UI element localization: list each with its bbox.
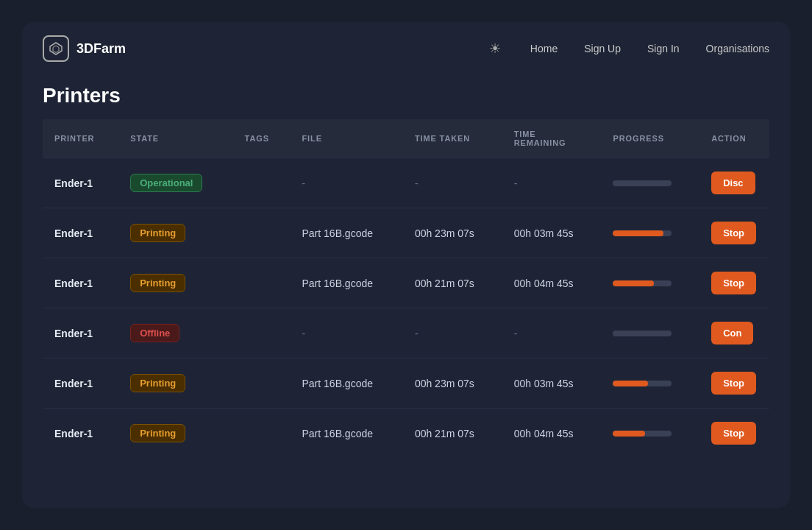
progress-bar bbox=[613, 331, 672, 336]
cell-progress bbox=[601, 409, 699, 459]
cell-file: Part 16B.gcode bbox=[291, 358, 403, 409]
table-row: Ender-1 Offline - - - Con bbox=[43, 308, 769, 358]
progress-fill bbox=[613, 230, 663, 236]
cell-tags bbox=[233, 358, 291, 409]
table-row: Ender-1 Printing Part 16B.gcode 00h 21m … bbox=[43, 258, 769, 308]
cell-action: Disc bbox=[699, 158, 769, 208]
cell-time-taken: 00h 23m 07s bbox=[403, 208, 502, 258]
cell-file: Part 16B.gcode bbox=[291, 258, 403, 308]
cell-tags bbox=[233, 158, 291, 208]
printers-table: PRINTER STATE TAGS FILE TIME TAKEN TIMER… bbox=[43, 119, 769, 458]
cell-printer: Ender-1 bbox=[43, 158, 118, 208]
action-button[interactable]: Disc bbox=[711, 172, 755, 194]
cell-time-remaining: 00h 03m 45s bbox=[502, 208, 602, 258]
col-action: ACTION bbox=[699, 119, 769, 158]
col-progress: PROGRESS bbox=[601, 119, 699, 158]
cell-time-remaining: 00h 04m 45s bbox=[502, 258, 602, 308]
cell-file: - bbox=[291, 308, 403, 358]
progress-bar bbox=[613, 381, 672, 386]
cell-state: Printing bbox=[118, 208, 232, 258]
cell-time-taken: 00h 21m 07s bbox=[403, 409, 502, 459]
cell-time-remaining: 00h 03m 45s bbox=[502, 358, 602, 409]
action-button[interactable]: Stop bbox=[711, 272, 756, 294]
svg-marker-1 bbox=[53, 46, 59, 53]
cell-state: Operational bbox=[118, 158, 232, 208]
cell-time-remaining: - bbox=[502, 158, 602, 208]
progress-bar bbox=[613, 280, 672, 286]
cell-time-taken: 00h 23m 07s bbox=[403, 358, 502, 409]
progress-bar bbox=[613, 230, 672, 236]
cell-state: Printing bbox=[118, 409, 232, 459]
action-button[interactable]: Stop bbox=[711, 422, 756, 445]
progress-bar bbox=[613, 431, 672, 437]
cell-time-remaining: 00h 04m 45s bbox=[502, 409, 602, 459]
cell-printer: Ender-1 bbox=[43, 258, 118, 308]
progress-bar bbox=[613, 180, 672, 186]
col-tags: TAGS bbox=[233, 119, 291, 158]
nav-links: Home Sign Up Sign In Organisations bbox=[530, 43, 769, 54]
cell-action: Stop bbox=[699, 409, 769, 459]
progress-fill bbox=[613, 280, 654, 286]
table-row: Ender-1 Printing Part 16B.gcode 00h 23m … bbox=[43, 208, 769, 258]
cell-tags bbox=[233, 308, 291, 358]
cell-time-taken: - bbox=[403, 158, 502, 208]
progress-fill bbox=[613, 431, 645, 437]
cell-tags bbox=[233, 258, 291, 308]
cell-printer: Ender-1 bbox=[43, 409, 118, 459]
progress-fill bbox=[613, 381, 648, 386]
table-wrapper: PRINTER STATE TAGS FILE TIME TAKEN TIMER… bbox=[22, 119, 790, 478]
action-button[interactable]: Con bbox=[711, 322, 753, 344]
cell-progress bbox=[601, 158, 699, 208]
cell-progress bbox=[601, 308, 699, 358]
nav-signin[interactable]: Sign In bbox=[647, 43, 680, 54]
cell-tags bbox=[233, 409, 291, 459]
cell-file: Part 16B.gcode bbox=[291, 208, 403, 258]
logo-icon bbox=[43, 35, 69, 62]
cell-time-taken: - bbox=[403, 308, 502, 358]
cell-file: - bbox=[291, 158, 403, 208]
cell-tags bbox=[233, 208, 291, 258]
cell-time-remaining: - bbox=[502, 308, 602, 358]
cell-file: Part 16B.gcode bbox=[291, 409, 403, 459]
col-time-remaining: TIMEREMAINING bbox=[502, 119, 602, 158]
table-header-row: PRINTER STATE TAGS FILE TIME TAKEN TIMER… bbox=[43, 119, 769, 158]
cell-state: Printing bbox=[118, 358, 232, 409]
app-window: 3DFarm ☀ Home Sign Up Sign In Organisati… bbox=[22, 22, 790, 508]
table-row: Ender-1 Printing Part 16B.gcode 00h 21m … bbox=[43, 409, 769, 459]
cell-printer: Ender-1 bbox=[43, 358, 118, 409]
nav-home[interactable]: Home bbox=[530, 43, 558, 54]
theme-toggle-icon[interactable]: ☀ bbox=[489, 40, 501, 57]
cell-progress bbox=[601, 208, 699, 258]
logo-text: 3DFarm bbox=[76, 41, 126, 57]
cell-progress bbox=[601, 258, 699, 308]
cell-time-taken: 00h 21m 07s bbox=[403, 258, 502, 308]
nav-organisations[interactable]: Organisations bbox=[706, 43, 769, 54]
page-title: Printers bbox=[22, 75, 790, 119]
logo-area: 3DFarm bbox=[43, 35, 489, 62]
cell-progress bbox=[601, 358, 699, 409]
col-printer: PRINTER bbox=[43, 119, 118, 158]
action-button[interactable]: Stop bbox=[711, 222, 756, 244]
col-file: FILE bbox=[291, 119, 403, 158]
cell-action: Stop bbox=[699, 258, 769, 308]
cell-printer: Ender-1 bbox=[43, 308, 118, 358]
cell-state: Offline bbox=[118, 308, 232, 358]
cell-action: Stop bbox=[699, 208, 769, 258]
table-row: Ender-1 Printing Part 16B.gcode 00h 23m … bbox=[43, 358, 769, 409]
action-button[interactable]: Stop bbox=[711, 372, 756, 395]
cell-action: Con bbox=[699, 308, 769, 358]
col-state: STATE bbox=[118, 119, 232, 158]
cell-printer: Ender-1 bbox=[43, 208, 118, 258]
table-row: Ender-1 Operational - - - Disc bbox=[43, 158, 769, 208]
nav-signup[interactable]: Sign Up bbox=[584, 43, 621, 54]
cell-action: Stop bbox=[699, 358, 769, 409]
cell-state: Printing bbox=[118, 258, 232, 308]
col-time-taken: TIME TAKEN bbox=[403, 119, 502, 158]
header: 3DFarm ☀ Home Sign Up Sign In Organisati… bbox=[22, 22, 790, 75]
